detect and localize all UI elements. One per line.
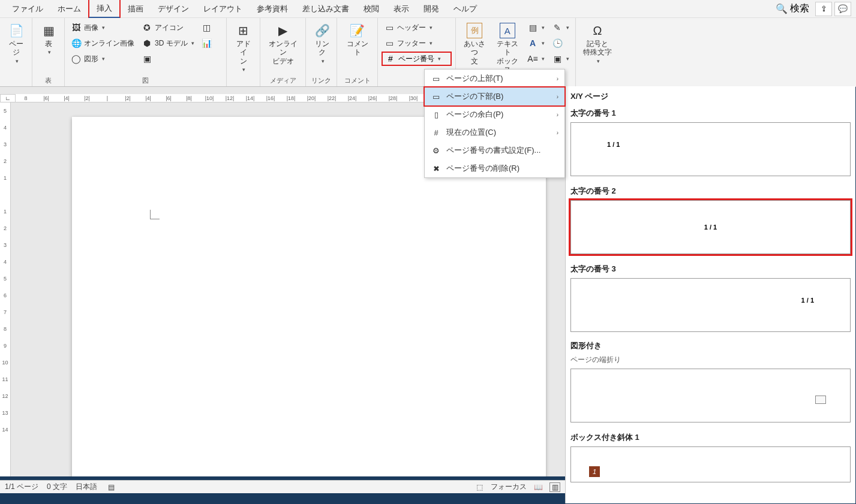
vertical-ruler[interactable]: 543211234567891011121314 [0,102,11,476]
3dmodels-label: 3D モデル [155,38,188,49]
gallery-item-bold-2[interactable]: 1 / 1 [570,200,851,254]
status-language[interactable]: 日本語 [76,482,97,492]
tab-developer[interactable]: 開発 [416,1,446,17]
tab-layout[interactable]: レイアウト [196,1,250,17]
icons-button[interactable]: ✪アイコン [139,20,197,35]
quickparts-button[interactable]: ▤▾ [525,20,547,35]
greeting-icon: 例 [467,23,482,38]
ruler-corner: ∟ [0,94,16,102]
current-pos-label: 現在の位置(C) [446,127,496,138]
greeting-button[interactable]: 例 あいさつ 文 [459,20,490,68]
media-group-label: メディア [264,75,302,85]
chart-button[interactable]: 📊 [199,36,215,50]
addins-label: アドイ ン [234,40,253,65]
tab-insert[interactable]: 挿入 [88,0,121,19]
gallery-item-1-label: 太字の番号 1 [570,104,851,121]
screenshot-button[interactable]: ▣ [139,52,197,66]
tab-file[interactable]: ファイル [5,1,50,17]
header-icon: ▭ [384,22,395,33]
gallery-item-box-italic-1[interactable]: 1 [570,446,851,482]
textbox-icon: A [500,23,515,38]
page-top-item[interactable]: ▭ページの上部(T)› [425,70,564,87]
tab-view[interactable]: 表示 [386,1,416,17]
sample-right: 1 / 1 [801,297,814,304]
header-button[interactable]: ▭ヘッダー▾ [382,20,452,35]
search-box[interactable]: 🔍 検索 [772,1,813,16]
new-comment-icon: 📝 [350,23,365,38]
pictures-button[interactable]: 🖼画像▾ [68,20,137,35]
gallery-item-page-fold[interactable] [570,369,851,422]
print-layout-icon[interactable]: ▥ [549,482,560,492]
fold-shape-icon [815,396,826,404]
focus-icon[interactable]: ⬚ [474,482,485,492]
page-bottom-item[interactable]: ▭ページの下部(B)› [424,86,566,107]
links-label: リン ク [315,40,329,57]
table-icon: ▦ [41,23,56,38]
gallery-item-3-label: 太字の番号 3 [570,260,851,277]
tab-mailings[interactable]: 差し込み文書 [295,1,356,17]
chevron-down-icon: ▾ [566,56,569,62]
chevron-down-icon: ▾ [242,67,245,73]
search-placeholder: 検索 [790,2,809,15]
format-icon: ⚙ [431,145,441,156]
status-page[interactable]: 1/1 ページ [5,482,38,492]
gallery-item-bold-3[interactable]: 1 / 1 [570,278,851,332]
tab-home[interactable]: ホーム [50,1,88,17]
remove-label: ページ番号の削除(R) [446,163,519,174]
accessibility-icon[interactable]: ▤ [106,482,116,492]
symbols-group-label [579,84,624,85]
online-video-label: オンライン ビデオ [268,40,298,65]
footer-button[interactable]: ▭フッター▾ [382,36,452,50]
textbox-button[interactable]: A テキスト ボックス [492,20,523,77]
chevron-down-icon: ▾ [16,58,19,64]
page-margins-item[interactable]: ▯ページの余白(P)› [425,105,564,123]
symbols-button[interactable]: Ω 記号と 特殊文字 ▾ [579,20,615,67]
page-bottom-icon: ▭ [431,91,441,102]
wordart-button[interactable]: A▾ [525,36,547,50]
3dmodels-button[interactable]: ⬢3D モデル▾ [139,36,197,50]
links-button[interactable]: 🔗 リン ク ▾ [310,20,335,67]
gallery-section-xy: X/Y ページ [570,89,851,104]
tab-design[interactable]: デザイン [151,1,196,17]
icons-label: アイコン [155,23,184,33]
online-video-button[interactable]: ▶ オンライン ビデオ [264,20,302,68]
footer-label: フッター [397,38,426,49]
signature-button[interactable]: ✎▾ [549,20,572,35]
read-mode-icon[interactable]: 📖 [533,482,543,492]
dropcap-button[interactable]: A≡▾ [525,52,547,66]
share-button[interactable]: ⇪ [815,2,832,16]
chevron-down-icon: ▾ [542,40,545,46]
box-italic-sample: 1 [589,466,600,477]
remove-page-number-item[interactable]: ✖ページ番号の削除(R) [425,159,564,177]
tab-review[interactable]: 校閲 [356,1,386,17]
current-position-item[interactable]: #現在の位置(C)› [425,123,564,141]
share-icon: ⇪ [821,4,827,13]
pages-button[interactable]: 📄 ページ ▾ [4,20,29,67]
comment-insert-button[interactable]: 📝 コメント [341,20,374,59]
online-pictures-button[interactable]: 🌐オンライン画像 [68,36,137,50]
format-label: ページ番号の書式設定(F)... [446,145,540,156]
page-number-button[interactable]: #ページ番号▾ [382,52,452,66]
status-words[interactable]: 0 文字 [47,482,67,492]
comment-label: コメント [344,40,370,57]
tab-draw[interactable]: 描画 [121,1,151,17]
online-pictures-label: オンライン画像 [84,38,134,49]
shapes-button[interactable]: ◯図形▾ [68,52,137,66]
search-icon: 🔍 [776,3,788,14]
datetime-button[interactable]: 🕒 [549,36,572,50]
status-focus[interactable]: フォーカス [491,482,527,492]
chevron-down-icon: ▾ [48,49,51,55]
gallery-item-bold-1[interactable]: 1 / 1 [570,122,851,176]
smartart-button[interactable]: ◫ [199,20,215,35]
chevron-down-icon: ▾ [429,40,432,46]
object-button[interactable]: ▣▾ [549,52,572,66]
addins-group-label [230,84,256,85]
comments-button[interactable]: 💬 [834,2,851,16]
format-page-number-item[interactable]: ⚙ページ番号の書式設定(F)... [425,141,564,159]
addins-button[interactable]: ⊞ アドイ ン ▾ [230,20,256,75]
table-button[interactable]: ▦ 表 ▾ [36,20,61,58]
tab-help[interactable]: ヘルプ [446,1,484,17]
icons-icon: ✪ [142,22,152,33]
tab-references[interactable]: 参考資料 [250,1,295,17]
page-number-gallery: X/Y ページ 太字の番号 1 1 / 1 太字の番号 2 1 / 1 太字の番… [565,86,855,503]
